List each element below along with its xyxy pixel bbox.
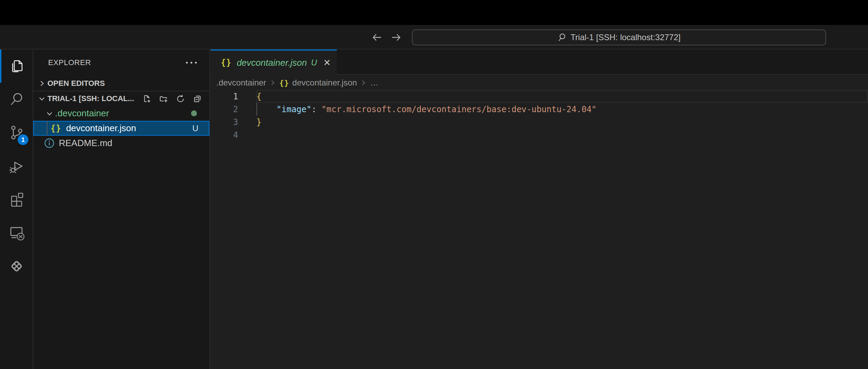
debug-icon	[8, 157, 25, 174]
folder-name: .devcontainer	[55, 108, 109, 119]
line-number[interactable]: 4	[210, 130, 238, 140]
info-file-icon	[44, 138, 55, 148]
code-lines: 1{2 "image": "mcr.microsoft.com/devconta…	[210, 90, 868, 141]
new-file-button[interactable]	[142, 94, 151, 103]
arrow-left-icon	[371, 32, 383, 43]
workspace-label: TRIAL-1 [SSH: LOCAL...	[47, 94, 134, 103]
navigate-forward-button[interactable]	[390, 32, 402, 43]
vscode-window: Trial-1 [SSH: localhost:32772]	[0, 0, 868, 369]
chevron-right-icon	[38, 80, 46, 87]
explorer-more-actions-button[interactable]	[184, 58, 198, 68]
breadcrumb-folder[interactable]: .devcontainer	[216, 78, 266, 88]
line-number[interactable]: 1	[210, 92, 238, 101]
search-icon	[558, 33, 567, 42]
arrow-right-icon	[390, 32, 402, 43]
ellipsis-icon	[185, 61, 198, 65]
line-number[interactable]: 3	[210, 117, 238, 127]
code-line-content: {	[256, 92, 261, 101]
source-control-badge: 1	[18, 134, 28, 145]
tree-item-devcontainer-folder[interactable]: .devcontainer	[33, 106, 209, 121]
editor-group: {} devcontainer.json U ✕ .devcontainer {…	[210, 50, 868, 369]
sidebar-header: EXPLORER	[33, 50, 209, 76]
git-modified-dot-badge	[191, 110, 197, 116]
command-center-search[interactable]: Trial-1 [SSH: localhost:32772]	[412, 29, 826, 45]
title-bar: Trial-1 [SSH: localhost:32772]	[0, 25, 868, 50]
line-number[interactable]: 2	[210, 105, 238, 114]
tab-devcontainer-json[interactable]: {} devcontainer.json U ✕	[210, 50, 337, 75]
breadcrumb-file[interactable]: devcontainer.json	[292, 78, 357, 88]
json-file-icon: {}	[221, 58, 232, 68]
tab-label: devcontainer.json	[237, 57, 307, 68]
code-line[interactable]: 3}	[210, 116, 868, 128]
dev-containers-icon	[8, 257, 25, 274]
activity-explorer-button[interactable]	[0, 50, 33, 83]
remote-explorer-icon	[8, 224, 25, 241]
magnifier-icon	[8, 91, 25, 108]
tree-item-devcontainer-json[interactable]: {} devcontainer.json U	[33, 121, 209, 136]
active-item-indicator	[0, 50, 1, 83]
code-line[interactable]: 4	[210, 128, 868, 141]
tab-bar: {} devcontainer.json U ✕	[210, 50, 868, 75]
code-line-content: }	[256, 117, 261, 127]
activity-extensions-button[interactable]	[0, 182, 33, 216]
json-file-icon: {}	[279, 79, 289, 87]
tree-indent-guide	[47, 121, 47, 136]
collapse-all-button[interactable]	[193, 94, 202, 103]
json-file-icon: {}	[51, 124, 61, 133]
file-name: devcontainer.json	[66, 123, 136, 134]
tree-item-readme[interactable]: README.md	[33, 136, 209, 151]
breadcrumb-symbol-ellipsis[interactable]: …	[370, 78, 378, 88]
workspace-actions	[142, 94, 202, 103]
activity-search-button[interactable]	[0, 83, 33, 116]
files-icon	[8, 57, 25, 75]
chevron-down-icon	[38, 95, 46, 102]
open-editors-label: OPEN EDITORS	[47, 79, 105, 88]
chevron-right-icon	[360, 79, 367, 86]
refresh-button[interactable]	[176, 94, 185, 103]
code-line-content: "image": "mcr.microsoft.com/devcontainer…	[256, 105, 597, 114]
open-editors-section-header[interactable]: OPEN EDITORS	[33, 76, 209, 91]
activity-remote-explorer-button[interactable]	[0, 216, 33, 249]
git-untracked-badge: U	[192, 124, 198, 133]
command-center-label: Trial-1 [SSH: localhost:32772]	[571, 33, 681, 42]
sidebar-title: EXPLORER	[48, 58, 91, 67]
activity-bar: 1	[0, 50, 33, 369]
explorer-sidebar: EXPLORER OPEN EDITORS TRIAL-1 [SSH: LOCA…	[33, 50, 210, 369]
breadcrumb: .devcontainer {} devcontainer.json …	[210, 75, 868, 90]
file-name: README.md	[59, 138, 112, 148]
extensions-icon	[8, 190, 25, 208]
tab-close-button[interactable]: ✕	[323, 58, 331, 67]
workspace-section-header[interactable]: TRIAL-1 [SSH: LOCAL...	[33, 91, 209, 106]
code-editor[interactable]: 1{2 "image": "mcr.microsoft.com/devconta…	[210, 90, 868, 369]
chevron-right-icon	[269, 79, 276, 86]
tab-untracked-badge: U	[311, 58, 317, 68]
code-line[interactable]: 1{	[210, 90, 868, 103]
navigate-back-button[interactable]	[371, 32, 383, 43]
activity-source-control-button[interactable]: 1	[0, 116, 33, 149]
code-line[interactable]: 2 "image": "mcr.microsoft.com/devcontain…	[210, 103, 868, 116]
activity-dev-containers-button[interactable]	[0, 249, 33, 282]
new-folder-button[interactable]	[159, 94, 168, 103]
chevron-down-icon	[46, 110, 53, 117]
activity-run-debug-button[interactable]	[0, 149, 33, 182]
screen-top-strip	[0, 0, 868, 25]
